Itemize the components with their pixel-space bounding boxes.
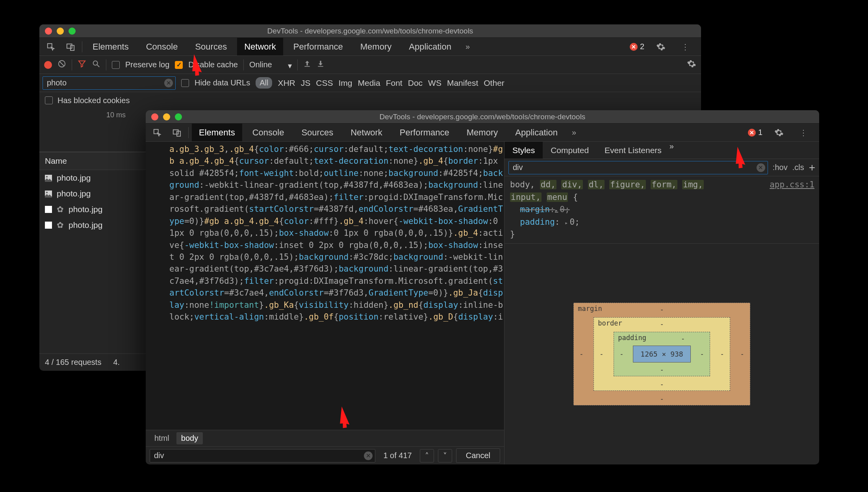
tab-computed[interactable]: Computed <box>543 142 597 159</box>
filter-type-media[interactable]: Media <box>358 78 380 88</box>
svg-rect-14 <box>173 129 178 134</box>
more-tabs-icon[interactable]: » <box>568 128 580 137</box>
css-rule[interactable]: app.css:1 body, dd, div, dl, figure, for… <box>504 176 819 244</box>
close-button[interactable] <box>45 28 52 35</box>
hide-data-urls-checkbox[interactable] <box>181 79 189 87</box>
tab-network[interactable]: Network <box>343 124 389 141</box>
filter-icon[interactable] <box>78 59 86 70</box>
svg-rect-7 <box>304 66 310 67</box>
css-declaration[interactable]: padding: 0; <box>520 217 580 227</box>
devtools-window-elements: DevTools - developers.google.com/web/too… <box>146 110 819 464</box>
tab-elements[interactable]: Elements <box>85 38 136 55</box>
request-name: photo.jpg <box>69 220 102 230</box>
filter-type-font[interactable]: Font <box>386 78 402 88</box>
device-toggle-icon[interactable] <box>169 128 185 137</box>
search-icon[interactable] <box>92 59 100 70</box>
kebab-icon[interactable]: ⋮ <box>796 128 811 137</box>
svg-rect-8 <box>318 66 323 67</box>
tab-console[interactable]: Console <box>245 124 291 141</box>
rule-source-link[interactable]: app.css:1 <box>770 179 814 191</box>
clear-styles-filter-icon[interactable]: ✕ <box>757 163 765 172</box>
gear-icon[interactable] <box>652 42 670 52</box>
hov-toggle[interactable]: :hov <box>773 163 788 172</box>
tab-memory[interactable]: Memory <box>460 124 505 141</box>
tab-network[interactable]: Network <box>237 38 283 55</box>
tab-elements[interactable]: Elements <box>192 124 242 141</box>
more-tabs-icon[interactable]: » <box>670 142 674 159</box>
filter-type-css[interactable]: CSS <box>316 78 333 88</box>
network-toolbar: Preserve log Disable cache Online ▾ <box>39 56 701 74</box>
kebab-icon[interactable]: ⋮ <box>677 42 693 52</box>
tab-performance[interactable]: Performance <box>393 124 456 141</box>
tab-console[interactable]: Console <box>139 38 185 55</box>
gear-icon[interactable] <box>770 128 788 137</box>
tab-sources[interactable]: Sources <box>188 38 234 55</box>
status-partial: 4. <box>113 358 120 367</box>
box-content-size: 1265 × 938 <box>633 346 690 363</box>
source-code[interactable]: a.gb_3.gb_3,.gb_4{color:#666;cursor:defa… <box>146 142 504 430</box>
throttle-select[interactable]: Online ▾ <box>249 60 292 70</box>
cls-toggle[interactable]: .cls <box>792 163 804 172</box>
filter-type-all[interactable]: All <box>256 77 272 89</box>
tab-styles[interactable]: Styles <box>504 142 543 159</box>
filter-type-manifest[interactable]: Manifest <box>447 78 478 88</box>
more-tabs-icon[interactable]: » <box>462 42 474 51</box>
padding-label: padding <box>618 334 646 342</box>
error-count[interactable]: ✕ 2 <box>630 42 644 51</box>
tab-memory[interactable]: Memory <box>353 38 399 55</box>
tab-event-listeners[interactable]: Event Listeners <box>597 142 670 159</box>
filter-type-doc[interactable]: Doc <box>408 78 423 88</box>
inspect-icon[interactable] <box>149 128 165 137</box>
css-declaration[interactable]: margin:0; <box>520 205 569 214</box>
preserve-log-checkbox[interactable] <box>112 61 120 69</box>
requests-count: 4 / 165 requests <box>45 358 101 367</box>
search-field[interactable] <box>154 451 364 460</box>
filter-type-xhr[interactable]: XHR <box>278 78 295 88</box>
styles-filter-input[interactable]: ✕ <box>508 161 768 174</box>
search-prev-button[interactable]: ˄ <box>420 449 434 462</box>
gear-icon[interactable] <box>687 59 696 70</box>
device-toggle-icon[interactable] <box>62 43 79 51</box>
svg-point-12 <box>46 192 48 193</box>
filter-type-js[interactable]: JS <box>301 78 311 88</box>
clear-filter-icon[interactable]: ✕ <box>164 79 173 87</box>
search-cancel-button[interactable]: Cancel <box>456 448 500 463</box>
error-icon: ✕ <box>748 129 756 137</box>
maximize-button[interactable] <box>175 113 182 120</box>
add-rule-button[interactable]: + <box>809 162 815 173</box>
download-icon[interactable] <box>317 60 325 70</box>
styles-filter-field[interactable] <box>513 163 757 172</box>
window-title: DevTools - developers.google.com/web/too… <box>150 113 814 121</box>
minimize-button[interactable] <box>163 113 170 120</box>
record-button[interactable] <box>44 61 52 69</box>
minimize-button[interactable] <box>57 28 64 35</box>
tab-sources[interactable]: Sources <box>294 124 340 141</box>
timeline-tick: 10 ms <box>106 111 126 119</box>
breadcrumb-body[interactable]: body <box>176 432 203 444</box>
tab-application[interactable]: Application <box>402 38 458 55</box>
filter-input-field[interactable] <box>47 78 164 87</box>
filter-type-other[interactable]: Other <box>484 78 504 88</box>
search-next-button[interactable]: ˅ <box>438 449 452 462</box>
titlebar[interactable]: DevTools - developers.google.com/web/too… <box>39 24 701 38</box>
maximize-button[interactable] <box>69 28 76 35</box>
tab-application[interactable]: Application <box>508 124 565 141</box>
box-model[interactable]: margin - - - - border - - - - padding <box>504 244 819 465</box>
inspect-icon[interactable] <box>43 43 59 51</box>
disable-cache-checkbox[interactable] <box>175 61 183 69</box>
svg-rect-1 <box>67 44 72 48</box>
elements-search-input[interactable]: ✕ <box>150 449 375 462</box>
titlebar[interactable]: DevTools - developers.google.com/web/too… <box>146 110 819 124</box>
svg-point-5 <box>93 61 98 65</box>
filter-type-img[interactable]: Img <box>338 78 352 88</box>
close-button[interactable] <box>151 113 158 120</box>
filter-type-ws[interactable]: WS <box>428 78 441 88</box>
network-filter-input[interactable]: ✕ <box>43 76 176 90</box>
has-blocked-cookies-checkbox[interactable] <box>45 96 53 104</box>
clear-icon[interactable] <box>57 59 66 70</box>
error-count[interactable]: ✕ 1 <box>748 128 762 137</box>
breadcrumb-html[interactable]: html <box>150 432 174 444</box>
tab-performance[interactable]: Performance <box>286 38 350 55</box>
clear-search-icon[interactable]: ✕ <box>364 451 373 460</box>
upload-icon[interactable] <box>303 60 311 70</box>
